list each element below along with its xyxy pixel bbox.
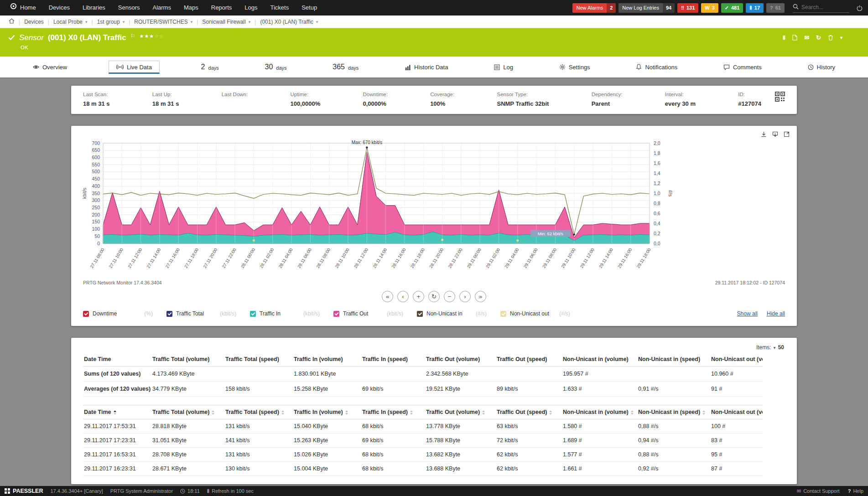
- tab-live-data[interactable]: Live Data: [109, 61, 160, 74]
- prev-button[interactable]: ‹: [397, 291, 409, 302]
- priority-star[interactable]: ★: [140, 33, 145, 39]
- priority-star[interactable]: ☆: [159, 33, 164, 39]
- sort-icon: [410, 410, 413, 415]
- tab-history[interactable]: History: [803, 60, 840, 74]
- zoom-out-button[interactable]: −: [444, 291, 455, 302]
- tab-30-days[interactable]: 30days: [260, 59, 291, 75]
- next-button[interactable]: ›: [459, 291, 471, 302]
- export-graph-icon[interactable]: [772, 131, 778, 137]
- table-cell: 15.040 KByte: [293, 419, 361, 434]
- nav-item-reports[interactable]: Reports: [205, 0, 239, 16]
- nav-item-devices[interactable]: Devices: [42, 0, 76, 16]
- email-icon[interactable]: ✉: [804, 34, 809, 41]
- tab-historic-data[interactable]: Historic Data: [400, 60, 452, 74]
- breadcrumb-item-devices[interactable]: Devices: [20, 19, 48, 25]
- tab-log[interactable]: Log: [489, 60, 518, 74]
- column-header-non-unicast-in-volume: Non-Unicast in (volume): [562, 352, 637, 367]
- fullscreen-icon[interactable]: [784, 131, 790, 137]
- refresh-icon[interactable]: ↻: [816, 34, 821, 41]
- nav-item-alarms[interactable]: Alarms: [146, 0, 177, 16]
- breadcrumb-item-001-x0-lan-traffic[interactable]: (001) X0 (LAN) Traffic▾: [256, 19, 322, 25]
- pause-refresh-icon[interactable]: Ⅱ: [207, 488, 209, 494]
- breadcrumb-home[interactable]: [5, 18, 19, 25]
- contact-support-link[interactable]: ✉ Contact Support: [797, 488, 840, 494]
- dropdown-icon[interactable]: ▾: [840, 35, 842, 40]
- show-all-link[interactable]: Show all: [737, 310, 758, 317]
- nav-item-tickets[interactable]: Tickets: [264, 0, 295, 16]
- sortable-column-header-traffic-out-volume[interactable]: Traffic Out (volume): [425, 405, 496, 419]
- channel-checkbox[interactable]: [166, 311, 172, 317]
- qr-code-icon[interactable]: [775, 92, 785, 103]
- tab-365-days[interactable]: 365days: [328, 59, 363, 75]
- help-link[interactable]: ? Help: [848, 488, 863, 494]
- sortable-column-header-traffic-total-speed[interactable]: Traffic Total (speed): [224, 405, 293, 419]
- nav-item-sensors[interactable]: Sensors: [112, 0, 146, 16]
- channel-checkbox[interactable]: [333, 311, 339, 317]
- flag-icon[interactable]: ⚐: [130, 33, 135, 39]
- table-cell: 28.818 KByte: [151, 419, 224, 434]
- new-alarms-chip[interactable]: New Alarms 2: [572, 3, 616, 13]
- delete-icon[interactable]: [828, 35, 833, 41]
- status-chip-warnings[interactable]: W3: [701, 3, 718, 13]
- reset-button[interactable]: ↻: [428, 291, 440, 302]
- channel-checkbox[interactable]: [500, 311, 506, 317]
- logout-icon[interactable]: [857, 5, 863, 11]
- sortable-column-header-date-time[interactable]: Date Time: [83, 405, 151, 419]
- paessler-logo[interactable]: PAESSLER: [5, 488, 43, 494]
- priority-star[interactable]: ★: [149, 33, 154, 39]
- hide-all-link[interactable]: Hide all: [767, 310, 785, 317]
- breadcrumb-item-1st-group[interactable]: 1st group▾: [93, 19, 129, 25]
- status-chip-ok[interactable]: ✓481: [721, 3, 743, 13]
- sortable-column-header-traffic-in-volume[interactable]: Traffic In (volume): [293, 405, 361, 419]
- channel-checkbox[interactable]: [250, 311, 256, 317]
- logged-in-user: PRTG System Administrator: [110, 488, 173, 494]
- tab-comments[interactable]: Comments: [719, 60, 766, 74]
- tab-overview[interactable]: Overview: [28, 60, 72, 74]
- breadcrumb-item-sonicwall-firewall[interactable]: Sonicwall Firewall▾: [198, 19, 255, 25]
- last-button[interactable]: »: [475, 291, 486, 302]
- sortable-column-header-traffic-out-speed[interactable]: Traffic Out (speed): [496, 405, 562, 419]
- tab-settings[interactable]: Settings: [555, 60, 595, 74]
- breadcrumb-item-router-switches[interactable]: ROUTER/SWITCHES▾: [130, 19, 197, 25]
- search-input[interactable]: [801, 4, 849, 10]
- new-log-entries-chip[interactable]: New Log Entries 94: [619, 3, 675, 13]
- channel-checkbox[interactable]: [83, 311, 89, 317]
- nav-item-logs[interactable]: Logs: [238, 0, 264, 16]
- zoom-in-button[interactable]: +: [413, 291, 424, 302]
- live-data-chart[interactable]: 0501001502002503003504004505005506006507…: [80, 133, 673, 278]
- pause-icon[interactable]: Ⅱ: [783, 34, 785, 41]
- column-header-date-time: Date Time: [83, 352, 151, 367]
- status-chip-unknown[interactable]: ?61: [766, 3, 785, 13]
- nav-item-maps[interactable]: Maps: [177, 0, 205, 16]
- channel-checkbox[interactable]: [417, 311, 423, 317]
- sortable-column-header-non-unicast-in-volume[interactable]: Non-Unicast in (volume): [562, 405, 637, 419]
- tab-2-days[interactable]: 2days: [197, 59, 223, 75]
- export-icon[interactable]: [792, 35, 797, 41]
- breadcrumb-item-local-probe[interactable]: Local Probe▾: [49, 19, 92, 25]
- nav-item-setup[interactable]: Setup: [295, 0, 323, 16]
- chevron-down-icon: ▾: [85, 20, 88, 24]
- table-header-row: Date TimeTraffic Total (volume)Traffic T…: [83, 405, 763, 419]
- table-cell: 72 kbit/s: [496, 434, 562, 448]
- status-chip-errors[interactable]: ‼131: [677, 3, 698, 13]
- table-row: 29.11.2017 17:23:3131.051 KByte141 kbit/…: [83, 434, 763, 448]
- items-per-page-select[interactable]: 50: [778, 344, 784, 351]
- nav-item-libraries[interactable]: Libraries: [76, 0, 112, 16]
- status-chip-paused[interactable]: Ⅱ17: [746, 3, 764, 13]
- tab-notifications[interactable]: Notifications: [631, 60, 682, 74]
- comment-icon: [723, 64, 730, 70]
- sortable-column-header-traffic-total-volume[interactable]: Traffic Total (volume): [151, 405, 224, 419]
- tab-label: days: [276, 65, 286, 71]
- sortable-column-header-non-unicast-in-speed[interactable]: Non-Unicast in (speed): [637, 405, 710, 419]
- nav-item-home[interactable]: Home: [4, 0, 42, 16]
- priority-star[interactable]: ☆: [154, 33, 159, 39]
- download-graph-icon[interactable]: [761, 131, 767, 137]
- first-button[interactable]: «: [382, 291, 393, 302]
- priority-stars[interactable]: ★★★☆☆: [140, 33, 164, 39]
- sortable-column-header-traffic-in-speed[interactable]: Traffic In (speed): [361, 405, 425, 419]
- refresh-countdown[interactable]: Ⅱ Refresh in 100 sec: [207, 488, 254, 494]
- priority-star[interactable]: ★: [144, 33, 149, 39]
- column-header-label: Traffic Out (speed): [497, 409, 547, 415]
- tab-label: Log: [503, 64, 513, 71]
- sortable-column-header-non-unicast-out-volume[interactable]: Non-Unicast out (volume): [710, 405, 763, 419]
